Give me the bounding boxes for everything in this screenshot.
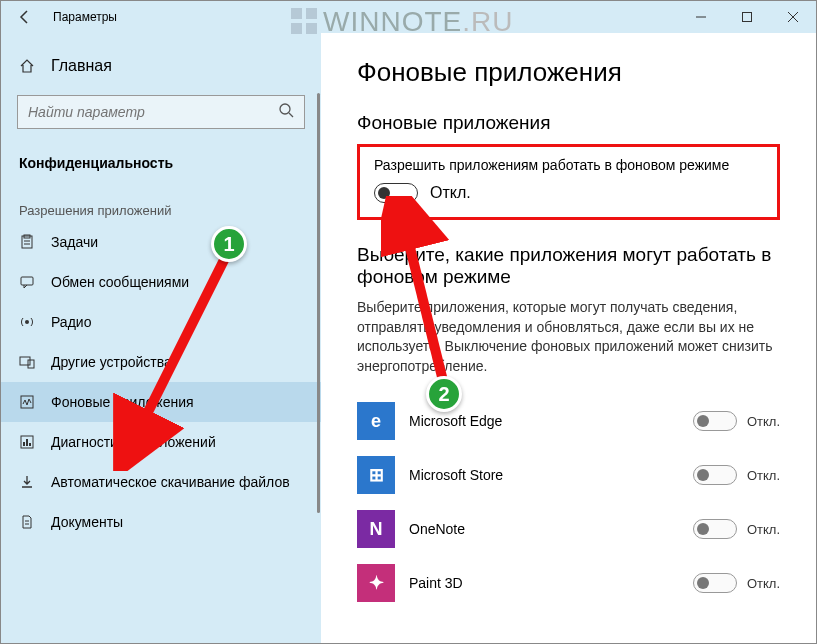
devices-icon bbox=[19, 354, 35, 370]
sidebar-item-background-apps[interactable]: Фоновые приложения bbox=[1, 382, 321, 422]
clipboard-icon bbox=[19, 234, 35, 250]
radio-icon bbox=[19, 314, 35, 330]
search-input[interactable] bbox=[28, 104, 278, 120]
app-toggle-state: Откл. bbox=[747, 414, 780, 429]
chart-icon bbox=[19, 434, 35, 450]
sidebar-item-documents[interactable]: Документы bbox=[1, 502, 321, 542]
sidebar-item-label: Диагностика приложений bbox=[51, 434, 216, 450]
sidebar-item-label: Документы bbox=[51, 514, 123, 530]
maximize-button[interactable] bbox=[724, 1, 770, 33]
sidebar-item-label: Обмен сообщениями bbox=[51, 274, 189, 290]
sidebar-item-label: Другие устройства bbox=[51, 354, 172, 370]
back-button[interactable] bbox=[1, 1, 49, 33]
svg-rect-16 bbox=[23, 442, 25, 446]
svg-rect-1 bbox=[743, 13, 752, 22]
app-row: ✦ Paint 3D Откл. bbox=[357, 556, 780, 610]
sidebar-item-label: Автоматическое скачивание файлов bbox=[51, 474, 290, 490]
section-header: Фоновые приложения bbox=[357, 112, 780, 134]
master-toggle-label: Разрешить приложениям работать в фоновом… bbox=[374, 157, 763, 173]
svg-point-11 bbox=[25, 320, 29, 324]
app-name: Paint 3D bbox=[409, 575, 679, 591]
highlight-box: Разрешить приложениям работать в фоновом… bbox=[357, 144, 780, 220]
app-row: ⊞ Microsoft Store Откл. bbox=[357, 448, 780, 502]
sidebar-section-title: Конфиденциальность bbox=[1, 139, 321, 181]
app-toggle[interactable] bbox=[693, 465, 737, 485]
app-icon: N bbox=[357, 510, 395, 548]
sidebar-item-other-devices[interactable]: Другие устройства bbox=[1, 342, 321, 382]
svg-rect-18 bbox=[29, 443, 31, 446]
app-toggle-state: Откл. bbox=[747, 522, 780, 537]
scrollbar[interactable] bbox=[317, 93, 320, 513]
app-name: Microsoft Store bbox=[409, 467, 679, 483]
app-row: e Microsoft Edge Откл. bbox=[357, 394, 780, 448]
app-icon: e bbox=[357, 402, 395, 440]
sidebar-item-label: Радио bbox=[51, 314, 91, 330]
window-title: Параметры bbox=[53, 10, 117, 24]
minimize-button[interactable] bbox=[678, 1, 724, 33]
svg-point-4 bbox=[280, 104, 290, 114]
svg-rect-13 bbox=[28, 360, 34, 368]
download-icon bbox=[19, 474, 35, 490]
home-icon bbox=[19, 58, 35, 74]
main-content: Фоновые приложения Фоновые приложения Ра… bbox=[321, 33, 816, 643]
app-toggle[interactable] bbox=[693, 411, 737, 431]
app-icon: ⊞ bbox=[357, 456, 395, 494]
app-toggle-state: Откл. bbox=[747, 576, 780, 591]
app-toggle[interactable] bbox=[693, 519, 737, 539]
sidebar-item-label: Фоновые приложения bbox=[51, 394, 194, 410]
document-icon bbox=[19, 514, 35, 530]
sidebar-item-label: Задачи bbox=[51, 234, 98, 250]
close-button[interactable] bbox=[770, 1, 816, 33]
app-name: OneNote bbox=[409, 521, 679, 537]
app-toggle-state: Откл. bbox=[747, 468, 780, 483]
svg-rect-17 bbox=[26, 439, 28, 446]
search-box[interactable] bbox=[17, 95, 305, 129]
sidebar-item-radio[interactable]: Радио bbox=[1, 302, 321, 342]
sidebar-item-auto-downloads[interactable]: Автоматическое скачивание файлов bbox=[1, 462, 321, 502]
app-name: Microsoft Edge bbox=[409, 413, 679, 429]
app-row: N OneNote Откл. bbox=[357, 502, 780, 556]
message-icon bbox=[19, 274, 35, 290]
sidebar-category: Разрешения приложений bbox=[1, 181, 321, 222]
master-toggle[interactable] bbox=[374, 183, 418, 203]
master-toggle-state: Откл. bbox=[430, 184, 471, 202]
app-icon: ✦ bbox=[357, 564, 395, 602]
sidebar-item-app-diagnostics[interactable]: Диагностика приложений bbox=[1, 422, 321, 462]
sidebar-item-messaging[interactable]: Обмен сообщениями bbox=[1, 262, 321, 302]
svg-line-5 bbox=[289, 113, 293, 117]
svg-rect-10 bbox=[21, 277, 33, 285]
section-description: Выберите приложения, которые могут получ… bbox=[357, 298, 777, 376]
page-title: Фоновые приложения bbox=[357, 57, 780, 88]
home-button[interactable]: Главная bbox=[1, 47, 321, 85]
sidebar: Главная Конфиденциальность Разрешения пр… bbox=[1, 33, 321, 643]
home-label: Главная bbox=[51, 57, 112, 75]
section-header-2: Выберите, какие приложения могут работат… bbox=[357, 244, 780, 288]
activity-icon bbox=[19, 394, 35, 410]
search-icon bbox=[278, 102, 294, 122]
sidebar-item-tasks[interactable]: Задачи bbox=[1, 222, 321, 262]
app-toggle[interactable] bbox=[693, 573, 737, 593]
